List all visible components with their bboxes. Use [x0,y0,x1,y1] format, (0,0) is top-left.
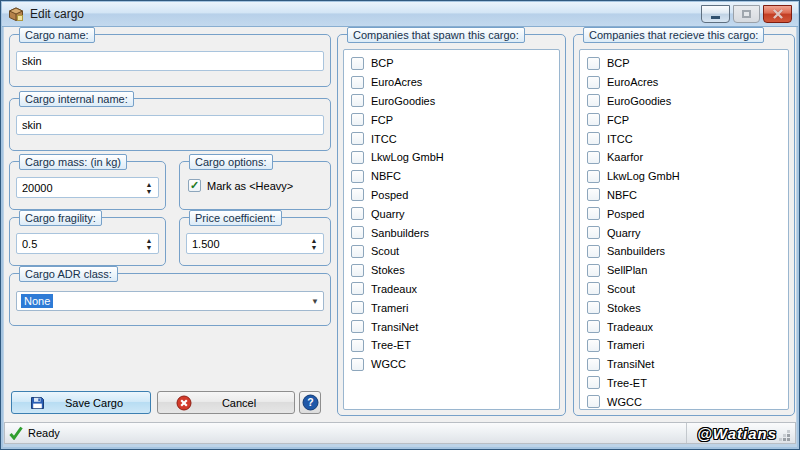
price-coefficient-input[interactable] [186,233,324,254]
company-row[interactable]: WGCC [587,392,788,410]
company-checkbox[interactable] [587,245,600,258]
company-row[interactable]: LkwLog GmbH [351,148,559,167]
cargo-mass-input[interactable] [16,177,159,198]
company-checkbox[interactable] [587,301,600,314]
cargo-fragility-input[interactable] [16,233,159,254]
company-checkbox[interactable] [587,376,600,389]
company-checkbox[interactable] [587,264,600,277]
company-row[interactable]: Tree-ET [587,374,788,393]
company-row[interactable]: Tree-ET [351,336,559,355]
company-row[interactable]: LkwLog GmbH [587,167,788,186]
company-checkbox[interactable] [587,113,600,126]
company-row[interactable]: EuroAcres [351,73,559,92]
company-row[interactable]: Stokes [587,298,788,317]
receive-companies-group: Companies that recieve this cargo: BCP E… [573,34,795,416]
company-label: EuroAcres [371,76,422,88]
company-row[interactable]: Stokes [351,261,559,280]
company-checkbox[interactable] [587,358,600,371]
company-row[interactable]: Kaarfor [587,148,788,167]
company-checkbox[interactable] [351,207,364,220]
spin-down-icon[interactable]: ▼ [143,188,155,195]
company-checkbox[interactable] [351,151,364,164]
spin-up-icon[interactable]: ▲ [143,181,155,188]
company-checkbox[interactable] [587,282,600,295]
spin-down-icon[interactable]: ▼ [143,244,155,251]
company-checkbox[interactable] [351,339,364,352]
spawn-companies-label: Companies that spawn this cargo: [347,27,525,43]
company-row[interactable]: EuroGoodies [587,92,788,111]
company-row[interactable]: WGCC [351,355,559,374]
spawn-companies-list[interactable]: BCP EuroAcres EuroGoodies FCP [343,49,560,410]
company-row[interactable]: ITCC [351,129,559,148]
resize-grip[interactable] [787,438,790,441]
company-checkbox[interactable] [351,188,364,201]
spin-up-icon[interactable]: ▲ [143,237,155,244]
chevron-down-icon[interactable]: ▼ [311,297,319,306]
company-row[interactable]: ITCC [587,129,788,148]
company-checkbox[interactable] [351,320,364,333]
company-row[interactable]: SellPlan [587,261,788,280]
minimize-button[interactable] [701,5,730,23]
company-checkbox[interactable] [351,264,364,277]
adr-class-select[interactable]: None ▼ [16,291,324,311]
company-checkbox[interactable] [587,57,600,70]
spin-down-icon[interactable]: ▼ [308,244,320,251]
company-checkbox[interactable] [587,188,600,201]
spin-up-icon[interactable]: ▲ [308,237,320,244]
receive-companies-list[interactable]: BCP EuroAcres EuroGoodies FCP [579,49,789,410]
cancel-button[interactable]: Cancel [157,391,295,414]
company-checkbox[interactable] [351,113,364,126]
company-row[interactable]: TransiNet [587,355,788,374]
company-checkbox[interactable] [587,94,600,107]
company-checkbox[interactable] [351,358,364,371]
company-row[interactable]: Scout [587,280,788,299]
company-label: ITCC [371,133,397,145]
company-row[interactable]: Sanbuilders [587,242,788,261]
company-row[interactable]: Quarry [351,204,559,223]
cargo-name-input[interactable] [16,51,324,71]
company-checkbox[interactable] [351,226,364,239]
cargo-internal-name-input[interactable] [16,115,324,135]
company-checkbox[interactable] [587,226,600,239]
company-row[interactable]: Scout [351,242,559,261]
company-checkbox[interactable] [351,301,364,314]
company-checkbox[interactable] [351,245,364,258]
company-checkbox[interactable] [351,76,364,89]
company-row[interactable]: Tradeaux [351,280,559,299]
company-checkbox[interactable] [587,320,600,333]
company-row[interactable]: BCP [587,54,788,73]
company-row[interactable]: EuroGoodies [351,92,559,111]
company-checkbox[interactable] [587,395,600,408]
close-button[interactable] [763,5,792,23]
save-cargo-button[interactable]: Save Cargo [11,391,151,414]
company-checkbox[interactable] [351,132,364,145]
company-row[interactable]: Quarry [587,223,788,242]
company-row[interactable]: Trameri [587,336,788,355]
company-row[interactable]: BCP [351,54,559,73]
mark-heavy-option[interactable]: ✓ Mark as <Heavy> [188,179,293,192]
mark-heavy-checkbox[interactable]: ✓ [188,179,201,192]
company-checkbox[interactable] [587,76,600,89]
company-row[interactable]: Tradeaux [587,317,788,336]
company-row[interactable]: Posped [351,186,559,205]
company-row[interactable]: NBFC [587,186,788,205]
company-checkbox[interactable] [587,207,600,220]
company-row[interactable]: NBFC [351,167,559,186]
company-row[interactable]: FCP [587,110,788,129]
company-checkbox[interactable] [351,170,364,183]
company-row[interactable]: FCP [351,110,559,129]
company-checkbox[interactable] [351,282,364,295]
company-row[interactable]: Sanbuilders [351,223,559,242]
company-checkbox[interactable] [587,339,600,352]
company-row[interactable]: TransiNet [351,317,559,336]
company-checkbox[interactable] [587,132,600,145]
company-row[interactable]: EuroAcres [587,73,788,92]
company-row[interactable]: Posped [587,204,788,223]
company-checkbox[interactable] [587,151,600,164]
help-button[interactable]: ? [299,391,321,414]
titlebar[interactable]: Edit cargo [2,2,798,27]
company-checkbox[interactable] [351,57,364,70]
company-checkbox[interactable] [351,94,364,107]
company-checkbox[interactable] [587,170,600,183]
company-row[interactable]: Trameri [351,298,559,317]
